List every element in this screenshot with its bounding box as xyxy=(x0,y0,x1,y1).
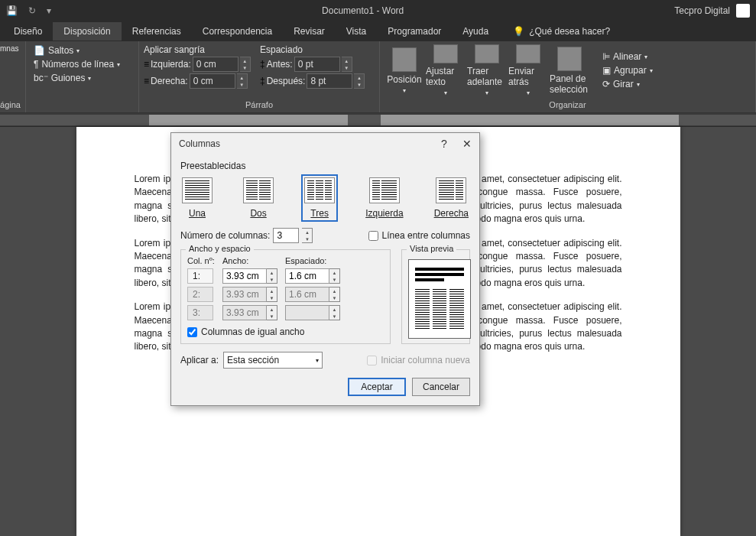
width-header: Ancho: xyxy=(222,256,282,265)
cancel-button[interactable]: Cancelar xyxy=(412,378,470,396)
dialog-title: Columnas xyxy=(179,138,220,149)
chevron-down-icon: ▾ xyxy=(316,357,319,364)
group-icon: ▣ xyxy=(602,65,611,76)
preset-one-icon xyxy=(182,177,213,203)
indent-left-icon: ≡ xyxy=(144,59,149,70)
save-icon[interactable]: 💾 xyxy=(6,5,18,16)
tab-revisar[interactable]: Revisar xyxy=(283,22,336,41)
wrap-icon xyxy=(433,44,458,63)
preview-box xyxy=(408,259,471,339)
backward-icon xyxy=(516,44,540,63)
hyphenation-icon: bc⁻ xyxy=(34,73,48,83)
row2-width xyxy=(222,287,267,302)
hyphenation-button[interactable]: bc⁻ Guiones▾ xyxy=(31,72,134,84)
preset-left-icon xyxy=(369,177,400,203)
tell-me[interactable]: 💡 ¿Qué desea hacer? xyxy=(513,26,610,37)
breaks-button[interactable]: 📄 Saltos▾ xyxy=(31,44,134,57)
columns-dialog: Columnas ? ✕ Preestablecidas Una Dos Tre… xyxy=(170,132,480,406)
page-group-title-partial: ágina xyxy=(0,99,21,109)
ok-button[interactable]: Aceptar xyxy=(348,378,406,396)
spacing-after-label: Después: xyxy=(267,76,306,86)
line-between-checkbox[interactable]: Línea entre columnas xyxy=(368,230,470,241)
line-numbers-button[interactable]: ¶ Números de línea▾ xyxy=(31,58,134,70)
dialog-help-button[interactable]: ? xyxy=(438,138,450,150)
apply-to-label: Aplicar a: xyxy=(180,355,219,365)
numcols-input[interactable] xyxy=(273,228,299,243)
preset-right[interactable]: Derecha xyxy=(433,176,470,220)
preset-two[interactable]: Dos xyxy=(242,176,275,220)
apply-to-select[interactable]: Esta sección ▾ xyxy=(223,352,323,369)
selection-pane-button[interactable]: Panel de selección xyxy=(550,44,589,96)
width-group-title: Ancho y espacio xyxy=(186,244,254,253)
tab-disposicion[interactable]: Disposición xyxy=(53,22,121,41)
rotate-icon: ⟳ xyxy=(602,79,610,89)
tab-ayuda[interactable]: Ayuda xyxy=(452,22,499,41)
preset-right-icon xyxy=(436,177,466,203)
forward-icon xyxy=(475,44,499,63)
align-button[interactable]: ⊫Alinear▾ xyxy=(599,50,656,63)
indent-left-spinner[interactable]: ▲▼ xyxy=(240,57,251,72)
breaks-icon: 📄 xyxy=(34,45,45,56)
spacing-before-label: Antes: xyxy=(267,59,293,70)
tab-referencias[interactable]: Referencias xyxy=(122,22,192,41)
indent-right-spinner[interactable]: ▲▼ xyxy=(237,73,248,89)
indent-title: Aplicar sangría xyxy=(144,44,258,55)
rotate-button[interactable]: ⟳Girar▾ xyxy=(599,78,656,90)
tab-vista[interactable]: Vista xyxy=(336,22,377,41)
window-title: Documento1 - Word xyxy=(51,5,674,16)
position-button[interactable]: Posición▾ xyxy=(384,44,424,96)
preset-two-icon xyxy=(243,177,274,203)
indent-right-icon: ≡ xyxy=(144,76,149,86)
tab-correspondencia[interactable]: Correspondencia xyxy=(192,22,283,41)
equal-width-checkbox[interactable]: Columnas de igual ancho xyxy=(187,326,384,337)
preset-left[interactable]: Izquierda xyxy=(364,176,404,220)
spacing-before-input[interactable] xyxy=(294,57,340,72)
spacing-before-spinner[interactable]: ▲▼ xyxy=(342,57,352,72)
pane-icon xyxy=(557,47,582,71)
undo-icon[interactable]: ↻ xyxy=(28,5,36,16)
send-backward-button[interactable]: Enviar atrás▾ xyxy=(508,44,548,96)
row1-spacing[interactable] xyxy=(285,268,329,284)
position-icon xyxy=(392,47,417,72)
ribbon-tabs: Diseño Disposición Referencias Correspon… xyxy=(0,21,756,41)
titlebar: 💾 ↻ ▾ Documento1 - Word Tecpro Digital xyxy=(0,0,756,21)
numcols-label: Número de columnas: xyxy=(180,230,270,241)
row3-width xyxy=(222,305,267,320)
tab-programador[interactable]: Programador xyxy=(377,22,452,41)
spacing-before-icon: ‡ xyxy=(260,59,265,70)
spacing-after-icon: ‡ xyxy=(260,76,265,86)
row2-spacing xyxy=(285,287,329,302)
paragraph-group-title: Párrafo xyxy=(144,99,375,109)
spacing-after-spinner[interactable]: ▲▼ xyxy=(354,73,365,89)
indent-right-input[interactable] xyxy=(190,73,235,89)
start-new-column-checkbox: Iniciar columna nueva xyxy=(367,355,470,365)
spacing-title: Espaciado xyxy=(260,44,375,55)
profile-avatar[interactable] xyxy=(736,4,750,18)
bring-forward-button[interactable]: Traer adelante▾ xyxy=(467,44,507,96)
tell-me-text: ¿Qué desea hacer? xyxy=(529,26,610,37)
preset-one[interactable]: Una xyxy=(180,176,214,220)
columns-label-partial: mnas xyxy=(0,44,21,53)
group-button[interactable]: ▣Agrupar▾ xyxy=(599,64,656,76)
preset-three[interactable]: Tres xyxy=(303,176,336,220)
line-numbers-icon: ¶ xyxy=(34,59,38,70)
preview-title: Vista previa xyxy=(407,244,456,253)
horizontal-ruler[interactable] xyxy=(0,113,756,127)
ribbon: mnas ágina 📄 Saltos▾ ¶ Números de línea▾… xyxy=(0,41,756,113)
indent-left-input[interactable] xyxy=(193,57,238,72)
profile-name[interactable]: Tecpro Digital xyxy=(674,5,730,16)
indent-right-label: Derecha: xyxy=(151,76,188,86)
align-icon: ⊫ xyxy=(602,51,610,62)
row1-label: 1: xyxy=(187,268,213,284)
dialog-close-button[interactable]: ✕ xyxy=(461,138,473,150)
page-group-title xyxy=(31,99,134,109)
row3-label: 3: xyxy=(187,305,213,320)
spacing-after-input[interactable] xyxy=(307,73,352,89)
wrap-text-button[interactable]: Ajustar texto▾ xyxy=(426,44,466,96)
numcols-spinner[interactable]: ▲▼ xyxy=(302,228,313,243)
bulb-icon: 💡 xyxy=(513,26,524,37)
indent-left-label: Izquierda: xyxy=(151,59,191,70)
row1-width[interactable] xyxy=(222,268,267,284)
tab-diseno[interactable]: Diseño xyxy=(3,22,53,41)
row2-label: 2: xyxy=(187,287,213,302)
